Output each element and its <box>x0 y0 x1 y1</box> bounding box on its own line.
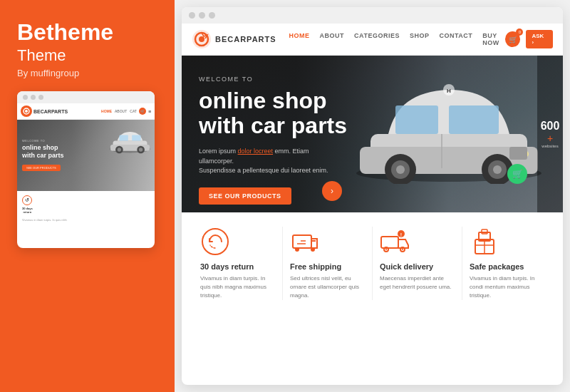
main-dot-2 <box>199 12 205 19</box>
svg-point-30 <box>202 229 228 254</box>
mini-dot-1 <box>23 95 28 100</box>
mini-hero-title: online shopwith car parts <box>22 144 64 160</box>
main-dot-3 <box>209 12 215 19</box>
svg-point-13 <box>199 36 204 42</box>
svg-rect-9 <box>119 135 128 141</box>
cart-count: 0 <box>516 29 523 36</box>
mini-car-svg <box>107 127 153 155</box>
mini-logo-icon <box>21 105 32 117</box>
main-logo-wrap: BECARPARTS <box>192 29 276 49</box>
svg-point-38 <box>385 249 387 250</box>
return-icon <box>200 227 230 257</box>
mini-hero: WELCOME TO online shopwith car parts SEE… <box>17 120 155 191</box>
hero-green-cart-icon: 🛒 <box>507 164 527 184</box>
left-panel: Betheme Theme By muffingroup BECARPARTS … <box>0 0 175 392</box>
hero-title: online shop with car parts <box>199 88 546 138</box>
ask-button[interactable]: ASK › <box>526 30 553 48</box>
svg-point-8 <box>139 148 142 152</box>
main-browser-mockup: BECARPARTS HOME ABOUT CATEGORIES SHOP CO… <box>182 7 563 385</box>
mini-hero-content: WELCOME TO online shopwith car parts SEE… <box>17 135 69 177</box>
feature-shipping-desc: Sed ultrices nisl velit, eu ornare est u… <box>290 274 365 300</box>
hero-counter: 600 + websites <box>537 56 563 212</box>
brand-by: By muffingroup <box>17 68 157 78</box>
nav-home[interactable]: HOME <box>289 32 310 46</box>
main-nav: BECARPARTS HOME ABOUT CATEGORIES SHOP CO… <box>182 24 563 56</box>
shipping-icon-wrap <box>290 227 320 257</box>
right-panel: BECARPARTS HOME ABOUT CATEGORIES SHOP CO… <box>175 0 570 392</box>
mini-dot-2 <box>31 95 36 100</box>
mini-logo-text: BECARPARTS <box>33 109 68 114</box>
svg-point-1 <box>25 110 28 113</box>
mini-menu-icon: ≡ <box>148 109 151 114</box>
nav-categories[interactable]: CATEGORIES <box>354 32 400 46</box>
brand-name: Betheme <box>17 20 157 45</box>
mini-nav: BECARPARTS HOME ABOUT CAT 🛒 ≡ <box>17 103 155 120</box>
mini-return-icon: ↺ <box>22 195 32 205</box>
hero-welcome-text: WELCOME TO <box>199 76 546 83</box>
hero-cta-button[interactable]: SEE OUR PRODUCTS <box>199 187 291 205</box>
mini-browser-bar <box>17 91 155 103</box>
nav-shop[interactable]: SHOP <box>410 32 430 46</box>
mini-features: ↺ 30 daysreturn <box>17 191 155 218</box>
delivery-icon: ! <box>380 227 410 257</box>
svg-point-33 <box>311 247 315 252</box>
svg-rect-10 <box>132 135 140 141</box>
svg-rect-36 <box>381 237 398 248</box>
svg-point-40 <box>402 249 403 250</box>
feature-delivery-title: Quick delivery <box>380 262 433 271</box>
mini-cart-badge: 🛒 <box>139 108 146 115</box>
package-icon-wrap <box>470 227 499 257</box>
main-hero: H WELCOME TO online shop with car parts … <box>182 56 563 212</box>
hero-description: Lorem ipsum dolor locreet emm. Etiam ull… <box>199 147 341 176</box>
feature-package-title: Safe packages <box>470 262 524 271</box>
nav-buy-now[interactable]: BUY NOW <box>482 32 499 46</box>
feature-package: Safe packages Vivamus in diam turpis. In… <box>462 227 551 300</box>
hero-counter-label: websites <box>542 144 558 148</box>
svg-rect-31 <box>293 235 311 248</box>
svg-point-6 <box>118 148 121 152</box>
feature-package-desc: Vivamus in diam turpis. In condi mentum … <box>470 274 544 300</box>
return-icon-wrap <box>200 227 230 257</box>
shipping-icon <box>290 227 320 257</box>
feature-delivery: ! Quick delivery Maecenas imperdiet ante… <box>373 227 462 300</box>
feature-return-desc: Vivamus in diam turpis. In quis nibh mag… <box>200 274 275 300</box>
feature-return-title: 30 days return <box>200 262 254 271</box>
brand-subtitle: Theme <box>17 46 157 65</box>
svg-point-32 <box>295 247 299 252</box>
mini-feature-desc: Vivamus in diam turpis. In quis nibh <box>17 218 155 222</box>
nav-contact[interactable]: CONTACT <box>439 32 472 46</box>
mini-feature-label: 30 daysreturn <box>22 207 33 214</box>
main-nav-links: HOME ABOUT CATEGORIES SHOP CONTACT BUY N… <box>289 32 499 46</box>
main-logo-text: BECARPARTS <box>215 35 276 43</box>
main-dot-1 <box>189 12 195 19</box>
mini-dot-3 <box>38 95 43 100</box>
main-logo-icon <box>192 29 212 49</box>
main-browser-bar <box>182 7 563 24</box>
feature-delivery-desc: Maecenas imperdiet ante eget hendrerit p… <box>380 274 455 292</box>
feature-shipping: Free shipping Sed ultrices nisl velit, e… <box>283 227 373 300</box>
mini-welcome-text: WELCOME TO <box>22 139 64 143</box>
nav-about[interactable]: ABOUT <box>320 32 345 46</box>
cart-button[interactable]: 🛒 0 <box>505 31 521 47</box>
mini-logo-area: BECARPARTS <box>21 105 99 117</box>
mini-cta-button[interactable]: SEE OUR PRODUCTS <box>22 165 61 171</box>
mini-browser-mockup: BECARPARTS HOME ABOUT CAT 🛒 ≡ <box>17 91 155 248</box>
mini-nav-links: HOME ABOUT CAT <box>101 109 137 113</box>
mini-icons: 🛒 ≡ <box>139 108 151 115</box>
hero-counter-plus: + <box>547 133 553 144</box>
svg-text:!: ! <box>400 232 402 237</box>
mini-feature-return: ↺ 30 daysreturn <box>22 195 33 214</box>
features-section: 30 days return Vivamus in diam turpis. I… <box>182 212 563 314</box>
feature-return: 30 days return Vivamus in diam turpis. I… <box>193 227 283 300</box>
hero-content: WELCOME TO online shop with car parts Lo… <box>182 56 563 212</box>
package-icon <box>470 227 499 257</box>
nav-right: 🛒 0 ASK › <box>505 30 553 48</box>
feature-shipping-title: Free shipping <box>290 262 341 271</box>
delivery-icon-wrap: ! <box>380 227 410 257</box>
hero-counter-number: 600 <box>541 120 560 133</box>
hero-nav-arrow[interactable]: › <box>322 181 342 201</box>
